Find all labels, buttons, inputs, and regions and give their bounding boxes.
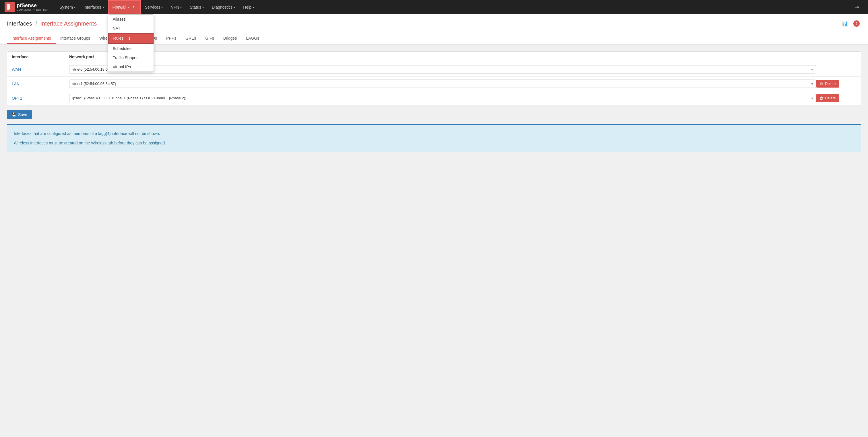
menu-aliases[interactable]: Aliases: [108, 14, 154, 24]
brand: pfSense COMMUNITY EDITION: [5, 2, 49, 12]
opt1-link[interactable]: OPT1: [12, 96, 22, 100]
lan-port-wrapper: vtnet1 (52:54:00:96:5b:57) ▾: [69, 80, 816, 88]
menu-traffic-shaper[interactable]: Traffic Shaper: [108, 53, 154, 62]
menu-virtual-ips[interactable]: Virtual IPs: [108, 62, 154, 71]
main-content: Interface Network port WAN vtnet0 (52:54…: [0, 44, 868, 437]
breadcrumb-separator: /: [35, 21, 37, 27]
logout-icon: ⇥: [855, 4, 859, 10]
caret-icon: ▾: [234, 6, 235, 9]
nav-help[interactable]: Help ▾: [239, 0, 258, 14]
nav-diagnostics[interactable]: Diagnostics ▾: [208, 0, 239, 14]
tab-ppps[interactable]: PPPs: [162, 33, 181, 44]
info-line2: Wireless interfaces must be created on t…: [14, 140, 854, 146]
header-icons: 📊 ?: [840, 19, 861, 28]
trash-icon: 🗑: [819, 96, 823, 100]
tab-interface-assignments[interactable]: Interface Assignments: [7, 33, 56, 44]
caret-icon: ▾: [161, 6, 163, 9]
nav-firewall[interactable]: Firewall ▾ 1: [108, 0, 141, 14]
navbar: pfSense COMMUNITY EDITION System ▾ Inter…: [0, 0, 868, 14]
firewall-dropdown: Aliases NAT Rules 2 Schedules Traffic Sh…: [108, 14, 154, 72]
col-interface: Interface: [12, 55, 69, 59]
tab-interface-groups[interactable]: Interface Groups: [56, 33, 95, 44]
caret-icon: ▾: [180, 6, 182, 9]
tab-gifs[interactable]: GIFs: [200, 33, 218, 44]
brand-edition: COMMUNITY EDITION: [17, 9, 49, 11]
tab-gres[interactable]: GREs: [181, 33, 200, 44]
breadcrumb-root: Interfaces: [7, 21, 32, 27]
rules-badge: 2: [127, 36, 132, 41]
trash-icon: 🗑: [819, 82, 823, 86]
caret-icon: ▾: [127, 6, 129, 9]
nav-services[interactable]: Services ▾: [141, 0, 167, 14]
wan-port-select[interactable]: vtnet0 (52:54:00:18:6d:2c): [69, 65, 816, 73]
breadcrumb: Interfaces / Interface Assignments: [7, 21, 97, 27]
chart-icon-button[interactable]: 📊: [840, 19, 849, 28]
nav-logout[interactable]: ⇥: [851, 0, 863, 14]
nav-vpn[interactable]: VPN ▾: [167, 0, 186, 14]
wan-interface-label: WAN: [12, 67, 69, 72]
nav-system[interactable]: System ▾: [55, 0, 80, 14]
menu-rules[interactable]: Rules 2: [108, 33, 154, 44]
opt1-port-select[interactable]: ipsec1 (IPsec VTI: OCI Tunnel 1 (Phase 1…: [69, 94, 816, 102]
table-row: OPT1 ipsec1 (IPsec VTI: OCI Tunnel 1 (Ph…: [7, 91, 861, 105]
col-network-port: Network port: [69, 55, 816, 59]
wan-port-wrapper: vtnet0 (52:54:00:18:6d:2c) ▾: [69, 65, 816, 73]
nav-items: System ▾ Interfaces ▾ Firewall ▾ 1 Alias…: [55, 0, 851, 14]
menu-nat[interactable]: NAT: [108, 24, 154, 33]
info-line1: Interfaces that are configured as member…: [14, 131, 854, 137]
lan-delete-button[interactable]: 🗑 Delete: [816, 80, 839, 88]
logo-icon: [5, 2, 15, 12]
save-button[interactable]: 💾 Save: [7, 110, 32, 119]
nav-firewall-wrapper: Firewall ▾ 1 Aliases NAT Rules 2 Schedul…: [108, 0, 141, 14]
brand-name: pfSense: [17, 3, 49, 9]
nav-right: ⇥: [851, 0, 863, 14]
firewall-badge: 1: [131, 5, 136, 10]
table-row: LAN vtnet1 (52:54:00:96:5b:57) ▾ 🗑 Delet…: [7, 77, 861, 91]
nav-interfaces[interactable]: Interfaces ▾: [80, 0, 107, 14]
lan-interface-label: LAN: [12, 82, 69, 86]
breadcrumb-current: Interface Assignments: [40, 21, 97, 27]
help-icon: ?: [854, 21, 860, 27]
info-box: Interfaces that are configured as member…: [7, 124, 861, 152]
opt1-delete-button[interactable]: 🗑 Delete: [816, 94, 839, 102]
caret-icon: ▾: [203, 6, 204, 9]
save-icon: 💾: [11, 112, 17, 117]
menu-schedules[interactable]: Schedules: [108, 44, 154, 53]
nav-status[interactable]: Status ▾: [186, 0, 208, 14]
opt1-interface-label: OPT1: [12, 96, 69, 100]
caret-icon: ▾: [253, 6, 254, 9]
chart-icon: 📊: [842, 21, 848, 27]
opt1-port-wrapper: ipsec1 (IPsec VTI: OCI Tunnel 1 (Phase 1…: [69, 94, 816, 102]
tab-laggs[interactable]: LAGGs: [241, 33, 264, 44]
lan-port-select[interactable]: vtnet1 (52:54:00:96:5b:57): [69, 80, 816, 88]
caret-icon: ▾: [102, 6, 104, 9]
lan-link[interactable]: LAN: [12, 82, 20, 86]
caret-icon: ▾: [74, 6, 75, 9]
wan-link[interactable]: WAN: [12, 67, 21, 72]
tab-bridges[interactable]: Bridges: [219, 33, 241, 44]
help-icon-button[interactable]: ?: [852, 19, 861, 28]
